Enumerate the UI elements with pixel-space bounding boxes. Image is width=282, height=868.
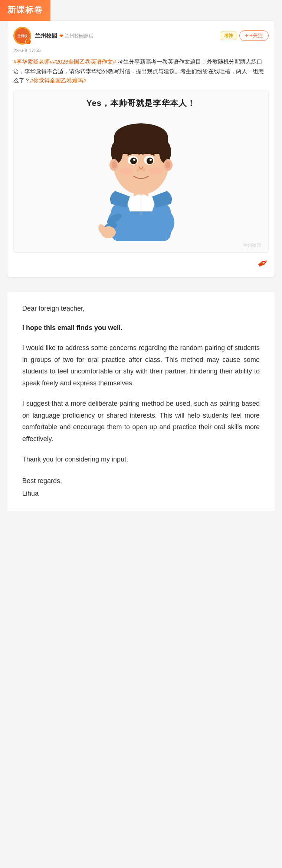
lihua-illustration — [25, 115, 257, 241]
letter-paragraph-2: I suggest that a more deliberate pairing… — [22, 398, 260, 445]
letter-opening: I hope this email finds you well. — [22, 323, 260, 333]
letter-closing: Best regards, Lihua — [22, 475, 260, 500]
marker-container: ✒ — [13, 256, 269, 271]
closing-line2: Lihua — [22, 487, 260, 500]
post-image-title: Yes，本帅哥就是李华本人！ — [25, 98, 257, 109]
svg-point-27 — [149, 168, 163, 175]
sub-label: 兰州校园超话 — [65, 33, 94, 39]
marker-icon: ✒ — [255, 254, 272, 273]
post-left: 兰州校 ✓ 兰州校园 ❤ 兰州校园超话 — [13, 27, 94, 45]
page-wrapper: 新课标卷 兰州校 ✓ — [0, 0, 282, 868]
tag-badge: 考神 — [221, 32, 236, 40]
letter-paragraph-3: Thank you for considering my input. — [22, 454, 260, 466]
post-user-info: 兰州校园 ❤ 兰州校园超话 — [35, 32, 94, 39]
svg-point-23 — [150, 159, 152, 161]
post-header: 兰州校 ✓ 兰州校园 ❤ 兰州校园超话 考神 + — [13, 27, 269, 45]
follow-button[interactable]: + +关注 — [239, 30, 269, 41]
verified-icon: ❤ — [59, 33, 63, 39]
post-image-area: Yes，本帅哥就是李华本人！ — [13, 90, 269, 253]
header-banner: 新课标卷 — [0, 0, 50, 21]
svg-point-16 — [112, 161, 117, 169]
banner-title: 新课标卷 — [7, 5, 43, 14]
svg-point-21 — [147, 158, 153, 164]
post-card: 兰州校 ✓ 兰州校园 ❤ 兰州校园超话 考神 + — [7, 21, 275, 277]
follow-label: +关注 — [250, 32, 263, 39]
svg-point-20 — [130, 158, 137, 164]
svg-point-17 — [165, 161, 170, 169]
hashtag2: #你觉得全国乙卷难吗# — [30, 77, 86, 84]
closing-line1: Best regards, — [22, 475, 260, 487]
svg-point-25 — [142, 168, 146, 171]
post-username: 兰州校园 ❤ 兰州校园超话 — [35, 32, 94, 39]
svg-point-24 — [136, 168, 140, 171]
verified-badge: ✓ — [25, 39, 31, 45]
avatar-wrapper: 兰州校 ✓ — [13, 27, 31, 45]
post-content: #李华质疑老师##2023全国乙卷英语作文# 考生分享新高考一卷英语作文题目：外… — [13, 57, 269, 85]
svg-point-26 — [119, 168, 133, 175]
lihua-svg — [89, 115, 193, 241]
letter-paragraph-1: I would like to address some concerns re… — [22, 342, 260, 389]
plus-icon: + — [245, 32, 248, 39]
svg-text:兰州校: 兰州校 — [17, 34, 28, 38]
post-timestamp: 23-6-8 17:55 — [13, 48, 269, 53]
letter-greeting: Dear foreign teacher, — [22, 303, 260, 314]
svg-point-22 — [133, 159, 135, 161]
letter-section: Dear foreign teacher, I hope this email … — [7, 292, 275, 511]
watermark: 兰州校园 — [243, 242, 261, 249]
hashtag1: #李华质疑老师##2023全国乙卷英语作文# — [13, 58, 116, 65]
post-right: 考神 + +关注 — [221, 30, 269, 41]
